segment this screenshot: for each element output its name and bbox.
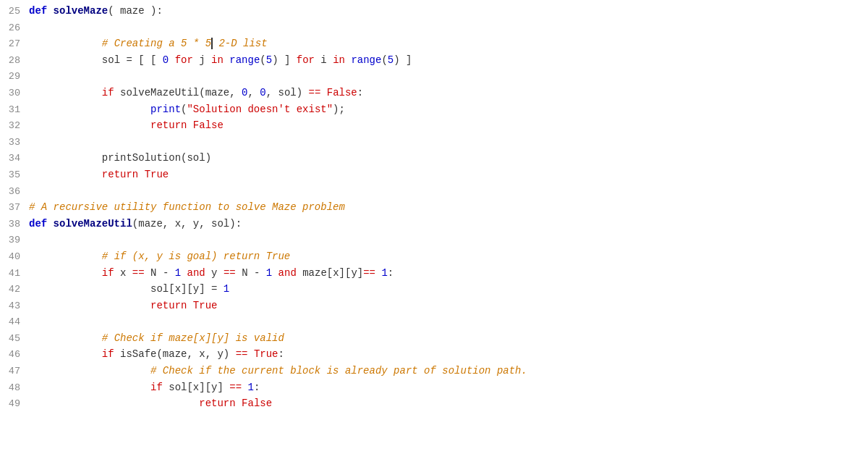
code-line: 46 if isSafe(maze, x, y) == True: [0,346,868,363]
line-number: 27 [0,36,26,52]
line-number: 42 [0,282,26,298]
line-number: 37 [0,200,26,216]
line-content: if solveMazeUtil(maze, 0, 0, sol) == Fal… [26,85,868,101]
code-editor: 25def solveMaze( maze ):26 27 # Creating… [0,0,868,475]
code-line: 34 printSolution(sol) [0,150,868,167]
line-number: 29 [0,69,26,85]
code-line: 41 if x == N - 1 and y == N - 1 and maze… [0,265,868,282]
code-line: 37# A recursive utility function to solv… [0,199,868,216]
code-line: 39 [0,232,868,248]
line-content [26,232,868,248]
line-content: if isSafe(maze, x, y) == True: [26,346,868,362]
line-content: return True [26,298,868,314]
line-content [26,20,868,35]
code-line: 47 # Check if the current block is alrea… [0,363,868,379]
line-number: 40 [0,249,26,265]
code-line: 45 # Check if maze[x][y] is valid [0,330,868,347]
code-line: 25def solveMaze( maze ): [0,3,868,20]
line-content: print("Solution doesn't exist"); [26,101,868,117]
line-content: def solveMaze( maze ): [26,3,868,19]
line-number: 41 [0,266,26,282]
line-content: sol[x][y] = 1 [26,281,868,297]
line-number: 31 [0,102,26,118]
line-number: 36 [0,184,26,200]
line-content: if x == N - 1 and y == N - 1 and maze[x]… [26,265,868,281]
line-number: 46 [0,347,26,363]
line-content: # Creating a 5 * 5 2-D list [26,35,868,51]
line-content: return False [26,395,868,411]
code-line: 29 [0,68,868,85]
line-content: if sol[x][y] == 1: [26,379,868,395]
code-line: 42 sol[x][y] = 1 [0,281,868,298]
code-line: 44 [0,314,868,330]
line-content: # A recursive utility function to solve … [26,199,868,215]
line-content: return True [26,167,868,182]
line-number: 45 [0,331,26,347]
code-line: 40 # if (x, y is goal) return True [0,248,868,265]
code-line: 27 # Creating a 5 * 5 2-D list [0,35,868,52]
code-line: 38def solveMazeUtil(maze, x, y, sol): [0,216,868,232]
line-content: # Check if the current block is already … [26,363,868,379]
line-number: 28 [0,53,26,69]
code-line: 36 [0,183,868,200]
code-line: 28 sol = [ [ 0 for j in range(5) ] for i… [0,52,868,69]
line-content: return False [26,117,868,133]
line-number: 33 [0,135,26,151]
code-line: 32 return False [0,117,868,134]
line-number: 35 [0,167,26,183]
line-number: 25 [0,4,26,20]
line-number: 26 [0,20,26,36]
line-number: 38 [0,217,26,232]
line-content: sol = [ [ 0 for j in range(5) ] for i in… [26,52,868,68]
line-content [26,68,868,84]
code-line: 49 return False [0,395,868,412]
line-content [26,314,868,329]
line-content [26,134,868,150]
code-line: 33 [0,134,868,151]
code-line: 26 [0,20,868,36]
line-content: def solveMazeUtil(maze, x, y, sol): [26,216,868,232]
line-number: 44 [0,314,26,330]
code-line: 43 return True [0,298,868,314]
line-number: 48 [0,380,26,396]
code-line: 30 if solveMazeUtil(maze, 0, 0, sol) == … [0,85,868,101]
line-number: 43 [0,298,26,314]
code-line: 48 if sol[x][y] == 1: [0,379,868,396]
line-number: 30 [0,85,26,101]
line-content: # Check if maze[x][y] is valid [26,330,868,346]
line-content: printSolution(sol) [26,150,868,166]
line-content [26,183,868,199]
line-number: 49 [0,396,26,412]
line-number: 39 [0,232,26,248]
code-line: 31 print("Solution doesn't exist"); [0,101,868,118]
line-number: 34 [0,151,26,167]
line-content: # if (x, y is goal) return True [26,248,868,264]
line-number: 32 [0,118,26,134]
line-number: 47 [0,363,26,379]
code-line: 35 return True [0,167,868,183]
